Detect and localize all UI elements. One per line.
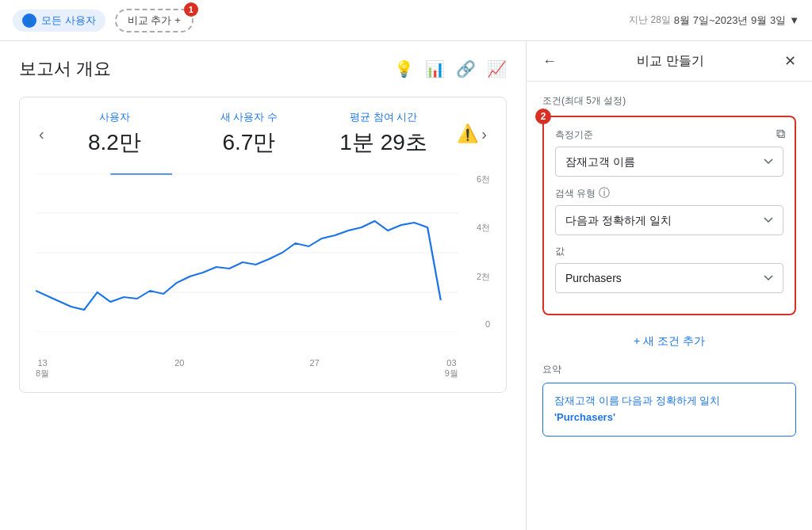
right-panel: ← 비교 만들기 ✕ 조건(최대 5개 설정) 2 ⧉ 측정기준 잠재고객 이름… <box>527 41 812 530</box>
compare-add-label: 비교 추가 <box>128 13 172 28</box>
x-label-13: 138월 <box>36 358 49 379</box>
summary-label: 요약 <box>542 363 796 376</box>
help-icon[interactable]: ⓘ <box>599 186 610 200</box>
all-users-chip[interactable]: 👤 모든 사용자 <box>13 10 105 32</box>
next-arrow-button[interactable]: › <box>478 122 490 147</box>
stat-avg-time-value: 1분 29초 <box>316 128 451 158</box>
share-icon[interactable]: 🔗 <box>456 59 476 78</box>
compare-add-button[interactable]: 비교 추가 + 1 <box>115 9 193 32</box>
badge-2: 2 <box>535 109 551 124</box>
stat-users-value: 8.2만 <box>48 128 182 158</box>
field-search-type-label: 검색 유형 ⓘ <box>555 186 783 200</box>
condition-box: 2 ⧉ 측정기준 잠재고객 이름 검색 유형 ⓘ 다음과 정확하게 일치 <box>542 116 796 315</box>
add-condition-button[interactable]: + 새 조건 추가 <box>542 326 796 357</box>
past-label: 지난 28일 <box>629 13 671 27</box>
chart-y-labels: 6천 4천 2천 0 <box>477 173 490 332</box>
report-header: 보고서 개요 💡 📊 🔗 📈 <box>19 57 507 81</box>
stat-avg-time-label: 평균 참여 시간 <box>316 110 451 124</box>
summary-box: 잠재고객 이름 다음과 정확하게 일치 'Purchasers' <box>542 383 796 437</box>
top-bar: 👤 모든 사용자 비교 추가 + 1 지난 28일 8월 7일~2023년 9월… <box>0 0 812 41</box>
compare-plus-icon: + <box>174 14 181 26</box>
chart-area <box>36 173 458 332</box>
search-type-select[interactable]: 다음과 정확하게 일치 <box>555 205 783 235</box>
x-label-20: 20 <box>174 358 184 379</box>
y-label-2k: 2천 <box>477 271 490 283</box>
right-panel-title: 비교 만들기 <box>637 53 703 70</box>
value-select[interactable]: Purchasers <box>555 263 783 293</box>
condition-hint: 조건(최대 5개 설정) <box>542 94 796 108</box>
field-measurement: 측정기준 잠재고객 이름 <box>555 128 783 177</box>
add-condition-label: + 새 조건 추가 <box>634 334 705 349</box>
badge-1: 1 <box>184 2 198 17</box>
date-chevron-icon: ▼ <box>789 14 799 26</box>
report-title: 보고서 개요 <box>19 57 111 81</box>
chart-x-labels: 138월 20 27 039월 <box>36 355 458 379</box>
y-label-6k: 6천 <box>477 173 490 185</box>
stats-container: ‹ 사용자 8.2만 새 사용자 수 6.7만 평균 참여 시간 1분 29초 … <box>19 97 507 393</box>
field-search-type: 검색 유형 ⓘ 다음과 정확하게 일치 <box>555 186 783 235</box>
date-range-selector[interactable]: 지난 28일 8월 7일~2023년 9월 3일 ▼ <box>629 13 799 28</box>
chart-icon[interactable]: 📊 <box>425 59 445 78</box>
stat-users-label: 사용자 <box>48 110 182 124</box>
copy-icon[interactable]: ⧉ <box>776 127 785 141</box>
date-range-value: 8월 7일~2023년 9월 3일 <box>674 13 786 28</box>
measurement-select[interactable]: 잠재고객 이름 <box>555 147 783 177</box>
stat-users: 사용자 8.2만 <box>48 110 182 158</box>
lightbulb-icon[interactable]: 💡 <box>394 59 414 78</box>
summary-section: 요약 잠재고객 이름 다음과 정확하게 일치 'Purchasers' <box>542 363 796 437</box>
main-layout: 보고서 개요 💡 📊 🔗 📈 ‹ 사용자 8.2만 새 사용자 수 6.7만 <box>0 41 812 530</box>
close-button[interactable]: ✕ <box>784 52 796 70</box>
stat-new-users: 새 사용자 수 6.7만 <box>182 110 316 158</box>
field-measurement-label: 측정기준 <box>555 128 783 142</box>
user-icon: 👤 <box>22 13 36 28</box>
stat-avg-time: 평균 참여 시간 1분 29초 <box>316 110 451 158</box>
summary-text1: 잠재고객 이름 다음과 정확하게 일치 <box>554 395 720 406</box>
prev-arrow-button[interactable]: ‹ <box>36 122 48 147</box>
chart-container: 6천 4천 2천 0 138월 20 27 039월 <box>36 173 490 379</box>
y-label-4k: 4천 <box>477 222 490 234</box>
y-label-0: 0 <box>485 319 490 329</box>
all-users-label: 모든 사용자 <box>41 13 96 28</box>
field-value-label: 값 <box>555 245 783 258</box>
right-panel-body: 조건(최대 5개 설정) 2 ⧉ 측정기준 잠재고객 이름 검색 유형 ⓘ <box>527 82 812 530</box>
line-chart-svg <box>36 173 458 332</box>
stat-new-users-label: 새 사용자 수 <box>182 110 316 124</box>
back-button[interactable]: ← <box>542 53 557 70</box>
trend-icon[interactable]: 📈 <box>487 59 507 78</box>
x-label-03: 039월 <box>445 358 458 379</box>
field-value: 값 Purchasers <box>555 245 783 293</box>
report-actions: 💡 📊 🔗 📈 <box>394 59 507 78</box>
stat-new-users-value: 6.7만 <box>182 128 316 158</box>
stats-row: ‹ 사용자 8.2만 새 사용자 수 6.7만 평균 참여 시간 1분 29초 … <box>36 110 490 158</box>
summary-text2: 'Purchasers' <box>554 411 615 423</box>
left-panel: 보고서 개요 💡 📊 🔗 📈 ‹ 사용자 8.2만 새 사용자 수 6.7만 <box>0 41 527 530</box>
x-label-27: 27 <box>310 358 320 379</box>
warning-icon: ⚠️ <box>457 124 478 144</box>
right-panel-header: ← 비교 만들기 ✕ <box>527 41 812 82</box>
